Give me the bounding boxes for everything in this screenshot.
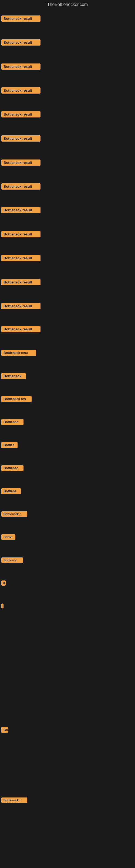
bottleneck-badge: Bottleneck [1, 373, 26, 379]
bottleneck-badge: Bo [1, 727, 8, 733]
bottleneck-item-17[interactable]: Bottleneck res [1, 396, 32, 403]
bottleneck-badge: Bottleneck result [1, 207, 41, 213]
bottleneck-item-11[interactable]: Bottleneck result [1, 255, 41, 262]
bottleneck-badge: Bottleneck resu [1, 350, 36, 356]
bottleneck-item-7[interactable]: Bottleneck result [1, 159, 41, 167]
bottleneck-badge: Bottleneck r [1, 511, 27, 517]
bottleneck-item-26: | [1, 603, 3, 610]
bottleneck-item-15[interactable]: Bottleneck resu [1, 350, 36, 357]
bottleneck-badge: Bottleneck result [1, 111, 41, 118]
bottleneck-badge: B [1, 581, 6, 586]
bottleneck-item-28[interactable]: Bottleneck r [1, 798, 27, 804]
bottleneck-badge: Bottleneck result [1, 159, 41, 166]
bottleneck-badge: Bottleneck result [1, 231, 41, 237]
bottleneck-badge: Bottleneck result [1, 303, 41, 309]
bottleneck-item-19[interactable]: Bottler [1, 442, 17, 449]
bottleneck-item-22[interactable]: Bottleneck r [1, 511, 27, 518]
bottleneck-item-20[interactable]: Bottlenec [1, 465, 24, 472]
bottleneck-badge: Bottlenec [1, 465, 24, 471]
bottleneck-badge: Bottler [1, 442, 17, 448]
bottleneck-item-8[interactable]: Bottleneck result [1, 183, 41, 191]
bottleneck-badge: Bottle [1, 534, 15, 540]
bottleneck-badge: Bottleneck result [1, 255, 41, 261]
bottleneck-badge: Bottleneck result [1, 63, 41, 70]
bottleneck-badge: Bottleneck result [1, 326, 41, 332]
bottleneck-badge: Bottleneck result [1, 279, 41, 285]
bottleneck-item-1[interactable]: Bottleneck result [1, 16, 41, 23]
bottleneck-badge: Bottlene [1, 488, 21, 494]
bottleneck-item-4[interactable]: Bottleneck result [1, 87, 41, 95]
bottleneck-badge: Bottlenec [1, 557, 23, 563]
bottleneck-item-3[interactable]: Bottleneck result [1, 63, 41, 71]
bottleneck-item-12[interactable]: Bottleneck result [1, 279, 41, 286]
bottleneck-item-24[interactable]: Bottlenec [1, 557, 23, 564]
page-container: TheBottlenecker.com Bottleneck result Bo… [0, 0, 135, 868]
bottleneck-item-25[interactable]: B [1, 581, 6, 587]
bottleneck-item-5[interactable]: Bottleneck result [1, 111, 41, 119]
bottleneck-item-6[interactable]: Bottleneck result [1, 135, 41, 143]
cursor-indicator: | [1, 603, 3, 609]
bottleneck-badge: Bottleneck res [1, 396, 32, 402]
bottleneck-badge: Bottlenec [1, 419, 24, 425]
bottleneck-badge: Bottleneck r [1, 798, 27, 803]
bottleneck-badge: Bottleneck result [1, 87, 41, 94]
bottleneck-item-9[interactable]: Bottleneck result [1, 207, 41, 214]
bottleneck-item-14[interactable]: Bottleneck result [1, 326, 41, 333]
bottleneck-badge: Bottleneck result [1, 135, 41, 142]
bottleneck-item-10[interactable]: Bottleneck result [1, 231, 41, 239]
bottleneck-item-21[interactable]: Bottlene [1, 488, 21, 495]
bottleneck-badge: Bottleneck result [1, 183, 41, 190]
site-title: TheBottlenecker.com [0, 0, 135, 9]
bottleneck-item-2[interactable]: Bottleneck result [1, 39, 41, 46]
bottleneck-badge: Bottleneck result [1, 39, 41, 45]
bottleneck-item-13[interactable]: Bottleneck result [1, 303, 41, 310]
bottleneck-item-16[interactable]: Bottleneck [1, 373, 26, 380]
bottleneck-item-18[interactable]: Bottlenec [1, 419, 24, 426]
bottleneck-item-27[interactable]: Bo [1, 727, 8, 734]
bottleneck-badge: Bottleneck result [1, 16, 41, 22]
bottleneck-item-23[interactable]: Bottle [1, 534, 15, 541]
